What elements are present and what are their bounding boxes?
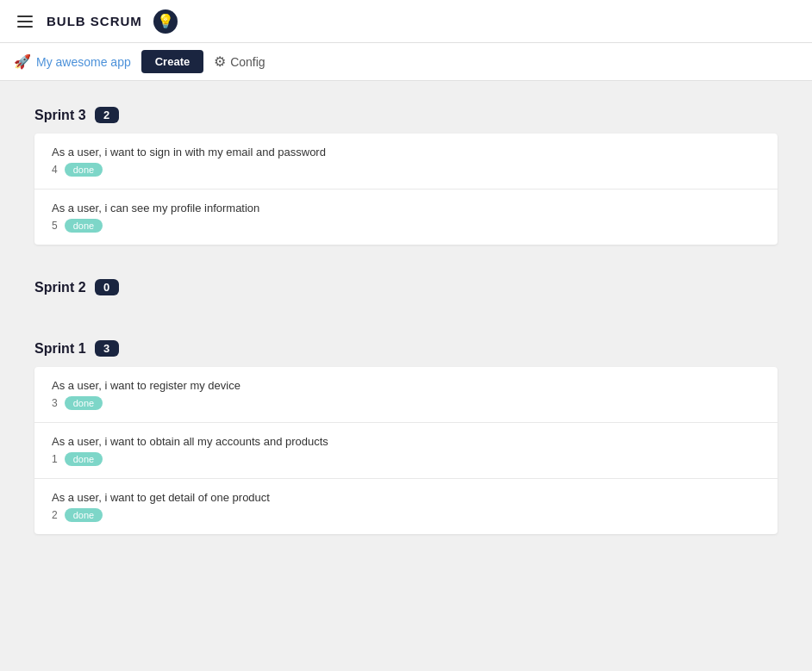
story-meta-story-3: 3done — [52, 396, 760, 410]
app-link[interactable]: 🚀 My awesome app — [14, 53, 131, 70]
config-label: Config — [230, 55, 265, 69]
sprint-header-sprint-2: Sprint 20 — [34, 270, 778, 306]
sprint-header-sprint-3: Sprint 32 — [34, 98, 778, 134]
stories-container-sprint-3: As a user, i want to sign in with my ema… — [34, 134, 778, 245]
story-meta-story-5: 5done — [52, 219, 760, 233]
sprint-section-sprint-3: Sprint 32As a user, i want to sign in wi… — [34, 98, 778, 245]
navbar: BULB SCRUM 💡 — [0, 0, 812, 43]
story-number-story-4: 4 — [52, 164, 58, 176]
story-number-story-5: 5 — [52, 220, 58, 232]
app-name-label: My awesome app — [36, 55, 131, 69]
gear-icon: ⚙ — [214, 53, 226, 70]
sprint-title-sprint-3: Sprint 3 — [34, 108, 86, 123]
sprint-section-sprint-1: Sprint 13As a user, i want to register m… — [34, 332, 778, 534]
story-text-story-1: As a user, i want to obtain all my accou… — [52, 435, 760, 448]
sprint-title-sprint-2: Sprint 2 — [34, 280, 86, 295]
status-badge-story-3: done — [65, 396, 103, 410]
main-content: Sprint 32As a user, i want to sign in wi… — [0, 81, 812, 666]
sprint-header-sprint-1: Sprint 13 — [34, 332, 778, 367]
rocket-icon: 🚀 — [14, 53, 31, 70]
hamburger-menu-button[interactable] — [14, 12, 36, 31]
sub-header: 🚀 My awesome app Create ⚙ Config — [0, 43, 812, 81]
story-item-story-4[interactable]: As a user, i want to sign in with my ema… — [34, 134, 778, 189]
status-badge-story-5: done — [65, 219, 103, 233]
story-text-story-4: As a user, i want to sign in with my ema… — [52, 146, 760, 158]
brand-name: BULB SCRUM — [47, 14, 142, 28]
sprint-section-sprint-2: Sprint 20 — [34, 270, 778, 306]
bulb-icon: 💡 — [153, 9, 178, 34]
stories-container-sprint-1: As a user, i want to register my device3… — [34, 367, 778, 534]
story-text-story-3: As a user, i want to register my device — [52, 379, 760, 392]
status-badge-story-1: done — [65, 452, 103, 466]
status-badge-story-2: done — [65, 508, 103, 522]
story-number-story-1: 1 — [52, 453, 58, 465]
create-button[interactable]: Create — [141, 50, 203, 73]
story-item-story-5[interactable]: As a user, i can see my profile informat… — [34, 189, 778, 245]
sprint-badge-sprint-1: 3 — [95, 340, 119, 357]
story-meta-story-1: 1done — [52, 452, 760, 466]
story-meta-story-4: 4done — [52, 163, 760, 177]
sprint-badge-sprint-2: 0 — [95, 279, 119, 295]
story-item-story-1[interactable]: As a user, i want to obtain all my accou… — [34, 423, 778, 479]
story-item-story-3[interactable]: As a user, i want to register my device3… — [34, 367, 778, 423]
sprint-badge-sprint-3: 2 — [95, 107, 119, 123]
story-number-story-3: 3 — [52, 397, 58, 409]
status-badge-story-4: done — [65, 163, 103, 177]
story-number-story-2: 2 — [52, 509, 58, 521]
story-text-story-2: As a user, i want to get detail of one p… — [52, 491, 760, 504]
story-item-story-2[interactable]: As a user, i want to get detail of one p… — [34, 479, 778, 534]
story-meta-story-2: 2done — [52, 508, 760, 522]
story-text-story-5: As a user, i can see my profile informat… — [52, 202, 760, 214]
config-link[interactable]: ⚙ Config — [214, 53, 265, 70]
sprint-title-sprint-1: Sprint 1 — [34, 341, 86, 357]
svg-text:💡: 💡 — [157, 13, 174, 29]
